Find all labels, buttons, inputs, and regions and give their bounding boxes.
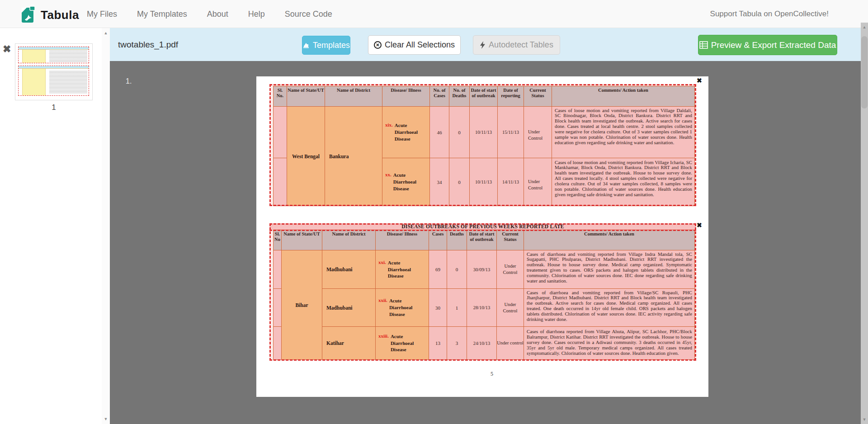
selection-1-close-icon[interactable]: ✖	[697, 77, 702, 84]
nav-item-help[interactable]: Help	[248, 9, 265, 19]
window-scrollbar[interactable]: ▲ ▼	[861, 23, 868, 424]
thumbnail-page-number: 1	[15, 103, 93, 112]
document-filename: twotables_1.pdf	[118, 28, 178, 61]
lightning-bolt-icon	[480, 41, 486, 49]
page-thumbnail-sidebar: ✖ 1 ▲ ▼	[0, 28, 110, 424]
sidebar-scroll-up-icon[interactable]: ▲	[102, 31, 110, 35]
table-list-icon	[699, 41, 708, 49]
selection-2-close-icon[interactable]: ✖	[697, 222, 702, 228]
thumbnail-selection-2	[18, 66, 89, 96]
autodetect-button-label: Autodetect Tables	[489, 40, 553, 50]
template-icon	[302, 42, 310, 49]
selection-box-1[interactable]	[269, 84, 696, 206]
clear-all-selections-button[interactable]: ✕ Clear All Selections	[368, 35, 461, 55]
clear-button-label: Clear All Selections	[385, 40, 455, 50]
preview-export-button[interactable]: Preview & Export Extracted Data	[698, 35, 837, 55]
selection-box-2[interactable]	[269, 223, 696, 361]
nav-item-my-templates[interactable]: My Templates	[137, 9, 187, 19]
page-1-thumbnail[interactable]	[15, 43, 93, 100]
nav-item-about[interactable]: About	[207, 9, 228, 19]
brand[interactable]: Tabula	[20, 5, 79, 25]
remove-page-icon[interactable]: ✖	[3, 44, 11, 54]
window-scrollbar-thumb[interactable]	[861, 36, 868, 108]
sidebar-scrollbar[interactable]: ▲ ▼	[102, 28, 110, 424]
brand-name: Tabula	[41, 8, 79, 22]
templates-button-label: Templates	[313, 41, 350, 50]
tabula-logo-icon	[20, 5, 36, 25]
selection-2-divider	[269, 230, 696, 231]
sidebar-scroll-down-icon[interactable]: ▼	[102, 417, 110, 421]
window-scroll-down-icon[interactable]: ▼	[861, 417, 868, 422]
export-button-label: Preview & Export Extracted Data	[711, 40, 836, 50]
document-canvas: 1. Sl. No. Name of State/UT Name of Dist…	[110, 61, 861, 424]
toolbar: twotables_1.pdf Templates ✕ Clear All Se…	[110, 28, 861, 61]
window-scroll-up-icon[interactable]: ▲	[861, 25, 868, 29]
nav-item-source-code[interactable]: Source Code	[285, 9, 332, 19]
pdf-page[interactable]: Sl. No. Name of State/UT Name of Distric…	[256, 76, 708, 397]
clear-circle-x-icon: ✕	[374, 41, 382, 49]
navbar: Tabula My Files My Templates About Help …	[0, 0, 868, 28]
tabula-app: Tabula My Files My Templates About Help …	[0, 0, 868, 424]
nav-item-my-files[interactable]: My Files	[87, 9, 117, 19]
thumbnail-selection-1	[18, 47, 89, 63]
support-opencollective-link[interactable]: Support Tabula on OpenCollective!	[710, 0, 829, 28]
templates-button[interactable]: Templates	[302, 36, 350, 55]
canvas-page-index: 1.	[126, 77, 132, 85]
pdf-page-number: 5	[491, 371, 493, 377]
nav-links: My Files My Templates About Help Source …	[87, 0, 332, 28]
autodetect-tables-button[interactable]: Autodetect Tables	[473, 35, 560, 55]
